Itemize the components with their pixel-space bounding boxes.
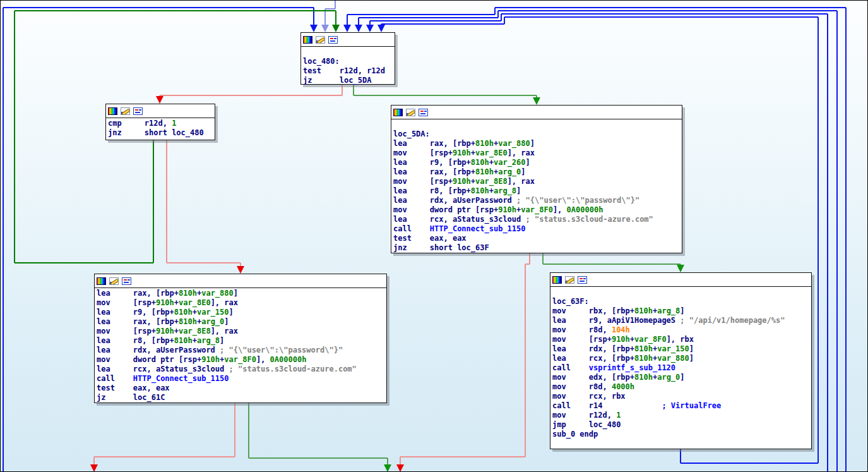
asm-line[interactable]: mov dword ptr [rsp+910h+var_8F0], 0A0000…	[393, 205, 682, 215]
asm-line[interactable]: lea rcx, aStatus_s3cloud ; "status.s3clo…	[393, 215, 682, 224]
node-color-icon[interactable]	[108, 107, 117, 115]
group-node-icon[interactable]	[328, 36, 338, 44]
asm-line[interactable]: jz loc_61C	[97, 393, 386, 402]
block-code: cmp r12d, 1jnz short loc_480	[106, 118, 215, 138]
edge-loc5da-false-down-arrowhead	[396, 464, 404, 472]
asm-line[interactable]: lea rax, [rbp+810h+arg_0]	[393, 167, 682, 177]
asm-line[interactable]: call HTTP_Connect_sub_1150	[97, 374, 386, 384]
edge-offbottom1-loc480	[827, 14, 828, 472]
group-node-icon[interactable]	[122, 277, 131, 285]
asm-line[interactable]: sub_0 endp	[552, 430, 811, 439]
asm-line[interactable]	[552, 287, 811, 297]
asm-line[interactable]: loc_480:	[303, 57, 395, 66]
asm-line[interactable]: loc_63F:	[552, 297, 811, 306]
block-titlebar[interactable]	[550, 273, 811, 287]
edge-offleft-to-loc480	[3, 7, 314, 8]
node-color-icon[interactable]	[393, 109, 403, 116]
edit-comment-icon[interactable]	[316, 36, 325, 44]
asm-line[interactable]: mov r12d, 1	[552, 411, 811, 420]
asm-line[interactable]: call HTTP_Connect_sub_1150	[393, 224, 682, 234]
edge-offbottom3-loc480	[845, 8, 847, 472]
group-node-icon[interactable]	[419, 109, 428, 116]
asm-line[interactable]: mov rcx, rbx	[552, 392, 811, 401]
asm-line[interactable]: lea rdx, aUserPassword ; "{\"user\":\"pa…	[393, 196, 682, 205]
asm-line[interactable]: mov edx, [rbp+810h+arg_0]	[552, 373, 811, 382]
edge-b4-true-down	[249, 457, 388, 459]
edge-cmp-true-loop	[335, 11, 336, 25]
edge-offleft-to-loc480-arrowhead	[310, 25, 318, 32]
asm-line[interactable]: test r12d, r12d	[303, 66, 395, 76]
edge-offbottom3-loc480	[347, 15, 348, 25]
basic-block-cmp_block[interactable]: cmp r12d, 1jnz short loc_480	[105, 104, 215, 140]
asm-line[interactable]: mov [rsp+910h+var_8E8], rax	[393, 177, 682, 186]
block-titlebar[interactable]	[95, 274, 386, 288]
edge-offbottom3-loc480	[495, 7, 846, 8]
asm-line[interactable]: lea rdx, aUserPassword ; "{\"user\":\"pa…	[97, 346, 386, 355]
asm-line[interactable]	[393, 120, 682, 130]
asm-line[interactable]: mov [rsp+910h+var_8E8], rax	[97, 327, 386, 336]
edge-loc63f-jmp-loc480	[680, 449, 681, 463]
edge-loc5da-false-down	[529, 253, 530, 264]
asm-line[interactable]: cmp r12d, 1	[108, 119, 215, 128]
edit-comment-icon[interactable]	[406, 109, 415, 116]
edge-loc5da-true-loc63f	[543, 263, 681, 265]
edge-cmp-false-b4-arrowhead	[237, 266, 244, 274]
edge-cmp-true-loop	[14, 11, 15, 263]
asm-line[interactable]: call r14 ; VirtualFree	[552, 401, 811, 411]
block-titlebar[interactable]	[391, 106, 682, 119]
asm-line[interactable]: jnz short loc_480	[108, 128, 215, 138]
asm-line[interactable]: mov [rsp+910h+var_8F0], rbx	[552, 335, 811, 344]
asm-line[interactable]: lea r8, [rbp+810h+arg_8]	[393, 186, 682, 196]
group-node-icon[interactable]	[133, 107, 143, 115]
graph-canvas[interactable]: loc_480:test r12d, r12djz loc_5DAcmp r12…	[0, 0, 868, 472]
basic-block-fallthrough_block[interactable]: lea rax, [rbp+810h+var_880]mov [rsp+910h…	[94, 274, 387, 403]
basic-block-loc_5DA[interactable]: loc_5DA:lea rax, [rbp+810h+var_880]mov […	[391, 105, 682, 253]
edge-loc63f-jmp-loc480	[504, 16, 818, 18]
edit-comment-icon[interactable]	[565, 276, 574, 284]
block-code: loc_5DA:lea rax, [rbp+810h+var_880]mov […	[391, 119, 682, 253]
asm-line[interactable]: lea r8, [rbp+810h+arg_8]	[97, 336, 386, 346]
node-color-icon[interactable]	[552, 276, 562, 284]
block-titlebar[interactable]	[301, 33, 395, 47]
edge-offbottom3-loc480	[347, 14, 495, 15]
asm-line[interactable]: mov r8d, 104h	[552, 325, 811, 335]
asm-line[interactable]: lea rcx, [rbp+810h+var_880]	[552, 354, 811, 363]
asm-line[interactable]: mov [rsp+910h+var_8E0], rax	[393, 148, 682, 158]
edge-b4-false-down	[234, 403, 235, 457]
asm-line[interactable]: test eax, eax	[97, 384, 386, 393]
edge-loc480-true-loc5da	[354, 95, 537, 96]
asm-line[interactable]: mov r8d, 4000h	[552, 382, 811, 392]
asm-line[interactable]	[303, 47, 395, 57]
asm-line[interactable]: call vsprintf_s_sub_1120	[552, 363, 811, 373]
asm-line[interactable]: lea r9, [rbp+810h+var_150]	[97, 308, 386, 317]
edge-b4-false-down-arrowhead	[90, 464, 98, 472]
edge-loc5da-false-down	[525, 263, 530, 265]
asm-line[interactable]: jnz short loc_63F	[393, 243, 682, 253]
asm-line[interactable]: lea r9, [rbp+810h+var_260]	[393, 158, 682, 167]
asm-line[interactable]: lea rax, [rbp+810h+var_880]	[97, 289, 386, 298]
basic-block-loc_480[interactable]: loc_480:test r12d, r12djz loc_5DA	[300, 32, 395, 85]
asm-line[interactable]: lea rcx, aStatus_s3cloud ; "status.s3clo…	[97, 365, 386, 374]
asm-line[interactable]: mov rbx, [rbp+810h+arg_8]	[552, 306, 811, 316]
block-code: loc_63F:mov rbx, [rbp+810h+arg_8]lea r9,…	[550, 287, 811, 439]
basic-block-loc_63F[interactable]: loc_63F:mov rbx, [rbp+810h+arg_8]lea r9,…	[550, 272, 812, 449]
node-color-icon[interactable]	[303, 36, 312, 44]
edge-cmp-true-loop	[15, 262, 153, 263]
edge-loc5da-false-down	[525, 264, 526, 457]
edit-comment-icon[interactable]	[121, 107, 130, 115]
asm-line[interactable]: loc_5DA:	[393, 130, 682, 139]
group-node-icon[interactable]	[578, 276, 587, 284]
asm-line[interactable]: lea rax, [rbp+810h+arg_0]	[97, 317, 386, 327]
node-color-icon[interactable]	[97, 277, 106, 285]
asm-line[interactable]: mov [rsp+910h+var_8E0], rax	[97, 298, 386, 308]
asm-line[interactable]: lea rax, [rbp+810h+var_880]	[393, 139, 682, 148]
edge-offbottom2-loc480-arrowhead	[355, 25, 362, 32]
asm-line[interactable]: test eax, eax	[393, 234, 682, 243]
block-titlebar[interactable]	[106, 104, 215, 118]
asm-line[interactable]: lea rdx, [rbp+810h+var_150]	[552, 344, 811, 354]
asm-line[interactable]: lea r9, aApiV1HomepageS ; "/api/v1/homep…	[552, 316, 811, 325]
edit-comment-icon[interactable]	[109, 277, 119, 285]
asm-line[interactable]: jmp loc_480	[552, 420, 811, 430]
asm-line[interactable]: jz loc_5DA	[303, 76, 395, 85]
asm-line[interactable]: mov dword ptr [rsp+910h+var_8F0], 0A0000…	[97, 355, 386, 365]
